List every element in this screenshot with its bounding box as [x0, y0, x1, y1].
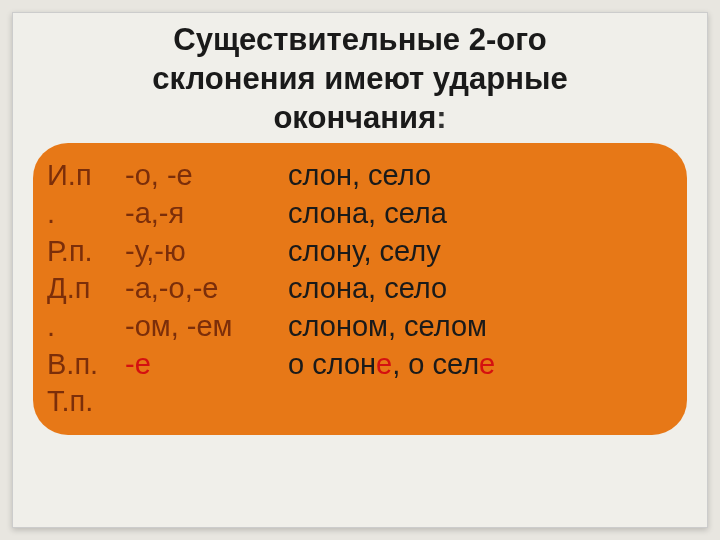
- example-6-e2: е: [479, 348, 495, 380]
- case-dp-dot: .: [47, 308, 117, 346]
- endings-column: -о, -е -а,-я -у,-ю -а,-о,-е -ом, -ем -е: [125, 157, 280, 421]
- slide-title: Существительные 2-ого склонения имеют уд…: [33, 21, 687, 137]
- ending-5: -ом, -ем: [125, 308, 280, 346]
- title-line-3: окончания: [273, 100, 436, 135]
- case-dp: Д.п: [47, 270, 117, 308]
- ending-6-red: -е: [125, 348, 151, 380]
- example-5: слоном, селом: [288, 308, 673, 346]
- title-colon: :: [436, 100, 446, 135]
- ending-2: -а,-я: [125, 195, 280, 233]
- ending-3: -у,-ю: [125, 233, 280, 271]
- case-vp: В.п.: [47, 346, 117, 384]
- title-line-1: Существительные 2-ого: [173, 22, 546, 57]
- ending-4: -а,-о,-е: [125, 270, 280, 308]
- case-ip: И.п: [47, 157, 117, 195]
- example-4: слона, село: [288, 270, 673, 308]
- title-line-2: склонения имеют ударные: [152, 61, 567, 96]
- example-6: о слоне, о селе: [288, 346, 673, 384]
- example-3: слону, селу: [288, 233, 673, 271]
- example-2: слона, села: [288, 195, 673, 233]
- ending-1: -о, -е: [125, 157, 280, 195]
- ending-6: -е: [125, 346, 280, 384]
- example-1: слон, село: [288, 157, 673, 195]
- content-box: И.п . Р.п. Д.п . В.п. Т.п. -о, -е -а,-я …: [33, 143, 687, 435]
- slide: Существительные 2-ого склонения имеют уд…: [12, 12, 708, 528]
- case-rp: Р.п.: [47, 233, 117, 271]
- case-tp: Т.п.: [47, 383, 117, 421]
- cases-column: И.п . Р.п. Д.п . В.п. Т.п.: [47, 157, 117, 421]
- examples-column: слон, село слона, села слону, селу слона…: [288, 157, 673, 421]
- example-6-e1: е: [376, 348, 392, 380]
- case-ip-dot: .: [47, 195, 117, 233]
